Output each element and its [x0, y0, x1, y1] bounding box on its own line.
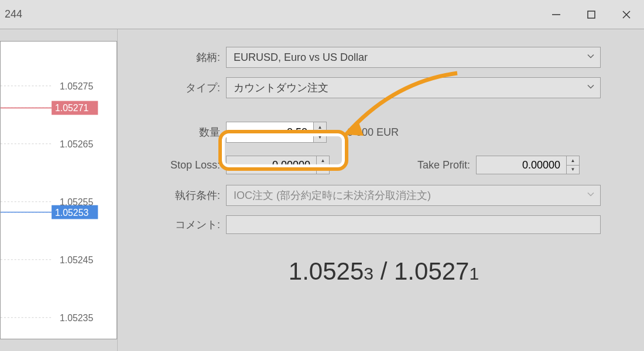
fill-policy-row: 執行条件: IOC注文 (部分約定時に未決済分取消注文): [124, 185, 644, 206]
tp-spinner-buttons: ▲ ▼: [567, 156, 580, 174]
maximize-icon: [586, 9, 597, 20]
symbol-label: 銘柄:: [124, 50, 226, 64]
grid-label: 1.05235: [60, 313, 93, 323]
type-label: タイプ:: [124, 81, 226, 95]
sl-tp-row: Stop Loss: ▲ ▼ Take Profit: ▲ ▼: [124, 156, 644, 174]
type-row: タイプ: カウントダウン注文: [124, 77, 644, 98]
chart-panel: 1.05275 1.05265 1.05255 1.05245 1.05235 …: [0, 41, 117, 339]
tp-up-button[interactable]: ▲: [567, 156, 579, 166]
tp-spinner: ▲ ▼: [476, 156, 580, 174]
volume-up-button[interactable]: ▲: [314, 122, 326, 133]
type-dropdown[interactable]: カウントダウン注文: [226, 77, 601, 98]
sl-down-button[interactable]: ▼: [317, 166, 329, 174]
ask-price-tag: 1.05271: [55, 103, 88, 113]
comment-row: コメント:: [124, 215, 644, 234]
sl-label: Stop Loss:: [124, 159, 226, 171]
window-controls: [539, 0, 644, 29]
volume-spinner: ▲ ▼: [226, 122, 327, 143]
volume-input[interactable]: [226, 122, 314, 143]
bid-price-tag: 1.05253: [55, 208, 88, 218]
titlebar: 244: [0, 0, 644, 29]
minimize-button[interactable]: [539, 0, 574, 29]
price-chart: 1.05275 1.05265 1.05255 1.05245 1.05235 …: [1, 42, 117, 339]
bid-price-small: 3: [364, 264, 374, 283]
sl-spinner-buttons: ▲ ▼: [317, 156, 330, 174]
bid-price-main: 1.0525: [289, 257, 364, 285]
symbol-row: 銘柄: EURUSD, Euro vs US Dollar: [124, 47, 644, 68]
volume-label: 数量: [124, 125, 226, 139]
close-icon: [621, 9, 632, 20]
comment-input[interactable]: [226, 215, 601, 234]
volume-spinner-buttons: ▲ ▼: [314, 122, 327, 143]
ask-price-main: 1.0527: [394, 257, 469, 285]
comment-label: コメント:: [124, 218, 226, 232]
volume-eur-label: 0 000 EUR: [347, 126, 399, 139]
chevron-down-icon: [586, 190, 595, 202]
type-value: カウントダウン注文: [234, 81, 328, 95]
tp-input[interactable]: [476, 156, 567, 174]
fill-policy-dropdown: IOC注文 (部分約定時に未決済分取消注文): [226, 185, 601, 206]
fill-policy-value: IOC注文 (部分約定時に未決済分取消注文): [234, 188, 431, 202]
sl-input[interactable]: [226, 156, 317, 174]
grid-label: 1.05275: [60, 81, 93, 91]
price-display: 1.05253 / 1.05271: [124, 257, 644, 285]
maximize-button[interactable]: [574, 0, 609, 29]
volume-down-button[interactable]: ▼: [314, 133, 326, 143]
ask-price-small: 1: [469, 264, 479, 283]
minimize-icon: [551, 9, 561, 20]
tp-label: Take Profit:: [388, 159, 476, 171]
grid-label: 1.05245: [60, 255, 93, 265]
svg-rect-1: [588, 11, 595, 18]
volume-row: 数量 ▲ ▼ 0 000 EUR: [124, 122, 644, 143]
price-separator: /: [374, 257, 394, 285]
tp-down-button[interactable]: ▼: [567, 166, 579, 174]
grid-label: 1.05265: [60, 139, 93, 149]
chevron-down-icon: [586, 51, 595, 64]
chevron-down-icon: [586, 82, 595, 94]
window-title: 244: [5, 8, 22, 20]
fill-policy-label: 執行条件:: [124, 188, 226, 202]
sl-spinner: ▲ ▼: [226, 156, 330, 174]
symbol-dropdown[interactable]: EURUSD, Euro vs US Dollar: [226, 47, 601, 68]
content: 1.05275 1.05265 1.05255 1.05245 1.05235 …: [0, 29, 644, 351]
sl-up-button[interactable]: ▲: [317, 156, 329, 166]
order-form: 銘柄: EURUSD, Euro vs US Dollar タイプ: カウントダ…: [117, 29, 644, 351]
close-button[interactable]: [609, 0, 644, 29]
symbol-value: EURUSD, Euro vs US Dollar: [234, 51, 368, 64]
